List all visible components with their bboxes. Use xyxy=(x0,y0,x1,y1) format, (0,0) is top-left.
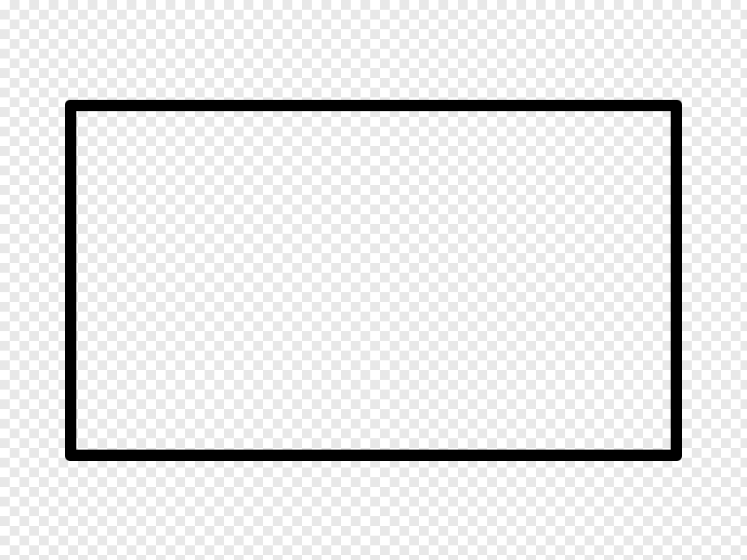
rectangle-frame xyxy=(65,100,682,461)
